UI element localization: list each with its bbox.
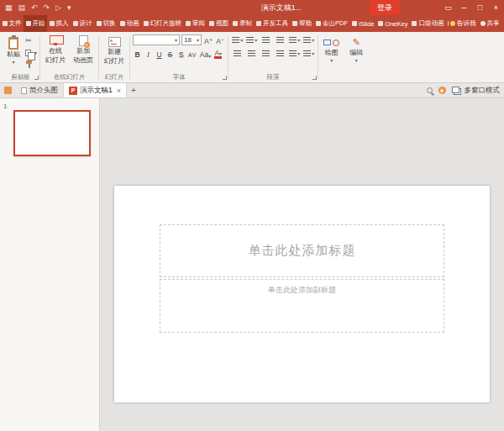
format-painter-icon (25, 60, 33, 69)
align-text-button[interactable]: ▾ (302, 48, 315, 59)
italic-button[interactable]: I (144, 48, 153, 59)
paste-icon (8, 37, 18, 50)
title-placeholder[interactable]: 单击此处添加标题 (160, 224, 444, 277)
format-painter-button[interactable] (25, 60, 37, 69)
decrease-font-button[interactable]: A⁻ (215, 34, 225, 45)
text-shadow-button[interactable]: S (176, 48, 186, 59)
tab-icon (144, 21, 149, 26)
tab-jinshan-pdf[interactable]: 金山PDF (314, 15, 350, 32)
share-button[interactable]: 共享 (478, 15, 501, 32)
tell-me-button[interactable]: 告诉我 (449, 15, 479, 32)
online-slides-group: 在线 幻灯片 新加 动画页 在线幻灯片 (40, 32, 98, 82)
tab-help[interactable]: 帮助 (291, 15, 314, 32)
minimize-button[interactable]: ─ (456, 0, 472, 15)
tab-list-icon[interactable] (4, 87, 12, 94)
customize-toolbar-icon[interactable]: ▾ (67, 4, 71, 12)
slides-group: 新建 幻灯片 幻灯片 (99, 32, 129, 82)
chevron-down-icon: ▾ (297, 38, 300, 43)
text-direction-button[interactable]: ▾ (302, 34, 315, 45)
tab-slideshow[interactable]: 幻灯片放映 (141, 15, 184, 32)
align-right-icon (262, 50, 270, 56)
dialog-launcher-icon[interactable] (223, 76, 227, 80)
app-grid-icon[interactable]: ▦ (5, 4, 13, 12)
columns-button[interactable]: ▾ (288, 48, 301, 59)
document-tab-intro[interactable]: 简介头图 (16, 83, 64, 97)
close-tab-icon[interactable]: × (117, 87, 121, 95)
undo-icon[interactable]: ↶ (31, 4, 38, 12)
tab-pocket-animation[interactable]: 口袋动画 (410, 15, 446, 32)
tab-insert[interactable]: 插入 (47, 15, 71, 32)
titlebar: ▦ ▤ ↶ ↷ ▷ ▾ 演示文稿1... 登录 ▭ ─ □ × (0, 0, 504, 15)
scissors-icon: ✂ (25, 37, 32, 45)
chevron-down-icon: ▾ (175, 38, 177, 43)
strikethrough-button[interactable]: S (165, 48, 175, 59)
font-color-button[interactable]: A▾ (213, 48, 223, 59)
close-button[interactable]: × (488, 0, 504, 15)
font-name-select[interactable]: ▾ (133, 34, 180, 45)
dialog-launcher-icon[interactable] (312, 76, 317, 80)
tab-animations[interactable]: 动画 (118, 15, 141, 32)
tab-label: 口袋动画 (418, 19, 444, 28)
tab-file[interactable]: 文件 (0, 15, 24, 32)
multi-window-mode-button[interactable]: 多窗口模式 (452, 86, 501, 96)
decrease-indent-icon (262, 37, 270, 43)
paste-button[interactable]: 粘贴 ▾ (4, 34, 23, 66)
decrease-indent-button[interactable] (260, 34, 272, 45)
align-left-button[interactable] (231, 48, 244, 59)
tab-islide[interactable]: iSlide (350, 15, 376, 32)
cut-button[interactable]: ✂ (25, 36, 37, 45)
drawing-button[interactable]: 绘图 ▾ (321, 34, 342, 64)
underline-button[interactable]: U (155, 48, 164, 59)
document-tab-label: 演示文稿1 (80, 86, 113, 96)
tab-onekey[interactable]: OneKey (376, 15, 410, 32)
font-size-select[interactable]: 18 ▾ (181, 34, 202, 45)
numbering-button[interactable]: ▾ (245, 34, 258, 45)
increase-indent-button[interactable] (274, 34, 286, 45)
ribbon-display-options-icon[interactable]: ▭ (440, 0, 456, 15)
tab-review[interactable]: 审阅 (184, 15, 207, 32)
line-spacing-button[interactable]: ▾ (288, 34, 301, 45)
new-animation-page-icon (79, 35, 88, 46)
bullets-button[interactable]: ▾ (231, 34, 244, 45)
tab-label: 帮助 (299, 19, 312, 28)
align-center-button[interactable] (245, 48, 258, 59)
justify-button[interactable] (274, 48, 286, 59)
editing-button[interactable]: ✎ 编辑 ▾ (347, 34, 365, 64)
new-slide-button[interactable]: 新建 幻灯片 (102, 34, 127, 66)
tab-transitions[interactable]: 切换 (94, 15, 118, 32)
slide-thumbnail[interactable] (13, 110, 91, 156)
new-animation-page-button[interactable]: 新加 动画页 (71, 34, 96, 65)
search-icon[interactable] (427, 87, 433, 93)
tab-design[interactable]: 设计 (71, 15, 94, 32)
tab-record[interactable]: 录制 (231, 15, 255, 32)
increase-font-button[interactable]: A⁺ (203, 34, 213, 45)
online-slides-button[interactable]: 在线 幻灯片 (43, 34, 68, 65)
start-slideshow-icon[interactable]: ▷ (55, 4, 61, 12)
multi-window-mode-label: 多窗口模式 (465, 86, 501, 96)
pencil-icon: ✎ (353, 37, 360, 48)
tab-developer[interactable]: 开发工具 (255, 15, 291, 32)
document-tab-bar: 简介头图 P 演示文稿1 × + 多窗口模式 (0, 83, 504, 98)
new-document-tab-button[interactable]: + (127, 83, 140, 97)
slide-number: 1 (3, 102, 7, 110)
chevron-down-icon: ▾ (297, 51, 300, 56)
save-icon[interactable]: ▤ (18, 4, 26, 12)
change-case-button[interactable]: Aa▾ (199, 48, 212, 59)
slide[interactable]: 单击此处添加标题 单击此处添加副标题 (114, 186, 490, 402)
tab-icon (3, 21, 8, 26)
tab-view[interactable]: 视图 (207, 15, 231, 32)
maximize-button[interactable]: □ (472, 0, 488, 15)
bold-button[interactable]: B (133, 48, 142, 59)
character-spacing-button[interactable]: AV (187, 48, 197, 59)
dialog-launcher-icon[interactable] (34, 76, 39, 80)
tab-home[interactable]: 开始 (24, 15, 47, 32)
font-size-value: 18 (184, 36, 192, 44)
tab-label: iSlide (359, 20, 374, 28)
document-tab-current[interactable]: P 演示文稿1 × (64, 83, 127, 97)
redo-icon[interactable]: ↷ (44, 4, 50, 12)
align-right-button[interactable] (260, 48, 272, 59)
button-label-line: 新加 (76, 47, 90, 55)
copy-button[interactable]: ▾ (25, 48, 37, 57)
gear-icon[interactable] (438, 87, 446, 94)
subtitle-placeholder[interactable]: 单击此处添加副标题 (160, 279, 444, 333)
